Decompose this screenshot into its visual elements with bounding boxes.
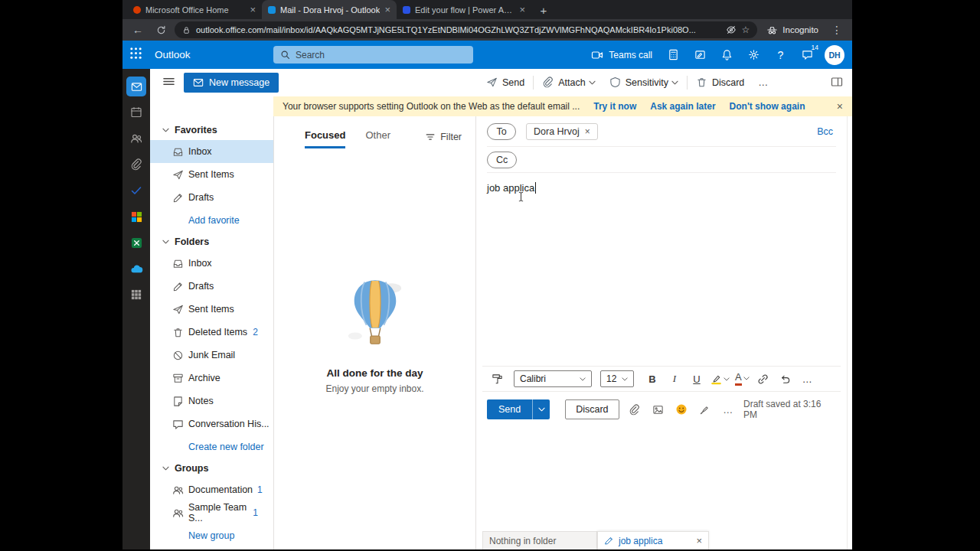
account-avatar[interactable]: DH [825, 45, 844, 65]
attach-command[interactable]: Attach [535, 69, 602, 96]
rail-mail-icon[interactable] [122, 73, 150, 99]
close-draft-icon[interactable]: × [696, 535, 702, 546]
discard-command[interactable]: Discard [689, 69, 751, 96]
folder-inbox[interactable]: Inbox [150, 252, 273, 275]
group-sample-team[interactable]: Sample Team S... 1 [150, 501, 273, 524]
rail-excel-icon[interactable] [122, 230, 150, 256]
feedback-icon[interactable] [687, 41, 714, 69]
new-message-button[interactable]: New message [184, 73, 279, 93]
format-painter-icon[interactable] [487, 369, 507, 389]
insert-image-icon[interactable] [649, 400, 666, 419]
remove-recipient-icon[interactable]: × [585, 126, 590, 137]
insert-link-icon[interactable] [753, 369, 773, 389]
notifications-bell-icon[interactable] [714, 41, 740, 69]
create-new-folder-link[interactable]: Create new folder [150, 435, 273, 458]
drafts-icon [172, 281, 184, 292]
underline-button[interactable]: U [687, 369, 707, 389]
discard-button[interactable]: Discard [565, 399, 619, 419]
browser-tab-outlook[interactable]: Mail - Dora Hrvoj - Outlook × [262, 0, 397, 19]
rail-attachments-icon[interactable] [122, 152, 150, 178]
new-tab-button[interactable]: + [534, 1, 553, 19]
more-formatting-icon[interactable]: … [798, 369, 818, 389]
font-color-button[interactable]: A [735, 372, 750, 385]
emoji-icon[interactable] [673, 400, 690, 419]
tab-close-icon[interactable]: × [519, 5, 525, 15]
more-options-icon[interactable]: … [720, 400, 737, 419]
bookmark-star-icon[interactable]: ☆ [742, 24, 750, 35]
teams-call-button[interactable]: Teams call [583, 41, 660, 69]
add-favorite-link[interactable]: Add favorite [150, 209, 273, 232]
message-body-input[interactable] [487, 204, 836, 364]
folder-drafts[interactable]: Drafts [150, 275, 273, 298]
rail-todo-icon[interactable] [122, 178, 150, 204]
favorite-sent-items[interactable]: Sent Items [150, 163, 273, 186]
help-icon[interactable]: ? [767, 41, 794, 69]
rail-more-apps-icon[interactable] [122, 282, 150, 308]
folder-notes[interactable]: Notes [150, 390, 273, 412]
rail-people-icon[interactable] [122, 126, 150, 152]
try-it-now-link[interactable]: Try it now [593, 101, 636, 112]
rail-onedrive-icon[interactable] [122, 256, 150, 282]
refresh-icon[interactable] [152, 21, 170, 39]
reading-pane-icon[interactable] [831, 76, 843, 88]
subject-input[interactable]: job applica [487, 173, 836, 202]
folder-conversation-history[interactable]: Conversation His... [150, 412, 273, 435]
search-input[interactable]: Search [273, 46, 473, 64]
chat-notifications-icon[interactable]: 14 [794, 41, 821, 69]
new-group-link[interactable]: New group [150, 524, 273, 547]
group-documentation[interactable]: Documentation 1 [150, 478, 273, 501]
tab-close-icon[interactable]: × [250, 5, 256, 15]
eye-blocked-icon[interactable] [726, 24, 737, 35]
banner-message: Your browser supports setting Outlook on… [283, 101, 580, 112]
folders-section-header[interactable]: Folders [150, 232, 273, 252]
app-name[interactable]: Outlook [155, 49, 191, 60]
dont-show-again-link[interactable]: Don't show again [730, 101, 805, 112]
browser-tab-power-automate[interactable]: Edit your flow | Power Auto × [397, 0, 531, 19]
trash-icon [696, 77, 707, 88]
undo-icon[interactable] [776, 369, 795, 389]
settings-gear-icon[interactable] [740, 41, 767, 69]
back-icon[interactable]: ← [129, 21, 147, 39]
banner-close-icon[interactable]: × [837, 100, 843, 112]
font-family-select[interactable]: Calibri [514, 370, 592, 387]
docked-draft-tab[interactable]: job applica × [597, 531, 709, 549]
cc-button[interactable]: Cc [487, 152, 517, 168]
browser-menu-icon[interactable]: ⋮ [828, 21, 846, 39]
folder-junk-email[interactable]: Junk Email [150, 344, 273, 367]
to-button[interactable]: To [487, 123, 516, 140]
folder-sent-items[interactable]: Sent Items [150, 298, 273, 321]
collapse-folder-pane-icon[interactable] [162, 75, 175, 91]
rail-calendar-icon[interactable] [122, 99, 150, 126]
tab-other[interactable]: Other [365, 129, 390, 148]
italic-button[interactable]: I [665, 369, 684, 389]
recipient-chip[interactable]: Dora Hrvoj × [526, 123, 598, 140]
chevron-down-icon [671, 80, 678, 85]
attach-file-icon[interactable] [626, 400, 643, 419]
folder-archive[interactable]: Archive [150, 367, 273, 390]
filter-button[interactable]: Filter [425, 132, 462, 142]
more-commands-icon[interactable]: … [751, 69, 776, 96]
ask-again-later-link[interactable]: Ask again later [650, 101, 715, 112]
my-day-icon[interactable] [660, 41, 687, 69]
folder-deleted-items[interactable]: Deleted Items 2 [150, 321, 273, 344]
rail-office-apps-icon[interactable] [122, 204, 150, 230]
browser-tab-office-home[interactable]: Microsoft Office Home × [127, 0, 262, 19]
app-launcher-waffle-icon[interactable] [129, 47, 142, 60]
sensitivity-command[interactable]: Sensitivity [603, 69, 685, 96]
groups-section-header[interactable]: Groups [150, 458, 273, 478]
font-size-select[interactable]: 12 [600, 370, 634, 387]
highlight-color-button[interactable] [710, 373, 730, 385]
favorite-drafts[interactable]: Drafts [150, 186, 273, 209]
send-button[interactable]: Send [487, 399, 532, 419]
tab-focused[interactable]: Focused [305, 129, 345, 148]
send-options-chevron[interactable] [532, 399, 550, 419]
bold-button[interactable]: B [642, 369, 662, 389]
address-bar[interactable]: outlook.office.com/mail/inbox/id/AAQkAGQ… [175, 21, 757, 38]
favorite-inbox[interactable]: Inbox [150, 140, 273, 163]
send-command[interactable]: Send [479, 69, 531, 96]
favorites-section-header[interactable]: Favorites [150, 120, 273, 140]
tab-close-icon[interactable]: × [384, 5, 390, 15]
draw-pen-icon[interactable] [697, 400, 714, 419]
cc-row: Cc [487, 147, 836, 173]
bcc-link[interactable]: Bcc [817, 126, 833, 137]
